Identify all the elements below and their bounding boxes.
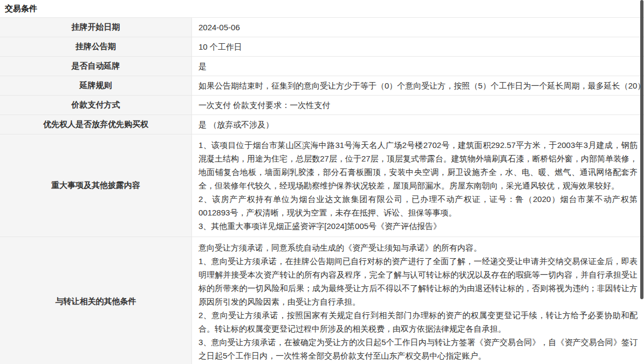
row-label-auto-extension: 是否自动延牌 — [0, 57, 192, 76]
table-row-major-matters-disclosure: 重大事项及其他披露内容 1、该项目位于烟台市莱山区滨海中路31号海天名人广场2号… — [0, 134, 644, 237]
disclosure-paragraph-1: 1、该项目位于烟台市莱山区滨海中路31号海天名人广场2号楼2702号，建筑面积2… — [198, 138, 638, 192]
row-label-payment-method: 价款支付方式 — [0, 96, 192, 114]
transfer-condition-paragraph-4: 3、意向受让方须承诺，在被确定为受让方的次日起5个工作日内与转让方签署《资产交易… — [198, 335, 638, 362]
table-row-extension-rule: 延牌规则 如果公告期结束时，征集到的意向受让方少于等于（0）个意向受让方，按照（… — [0, 76, 644, 96]
table-row-other-transfer-conditions: 与转让相关的其他条件 意向受让方须承诺，同意系统自动生成的《资产受让须知与承诺》… — [0, 237, 644, 364]
row-label-other-transfer-conditions: 与转让相关的其他条件 — [0, 237, 192, 364]
row-value-major-matters-disclosure: 1、该项目位于烟台市莱山区滨海中路31号海天名人广场2号楼2702号，建筑面积2… — [192, 134, 644, 237]
vertical-scrollbar-thumb[interactable] — [640, 0, 643, 299]
transfer-condition-paragraph-3: 2、意向受让方须承诺，按照国家有关规定自行到相关部门办理标的资产的权属变更登记手… — [198, 308, 638, 335]
transfer-condition-paragraph-2: 1、意向受让方须承诺，在挂牌公告期间已自行对标的资产进行了全面了解，一经递交受让… — [198, 254, 638, 308]
section-title: 交易条件 — [0, 0, 644, 18]
row-value-auto-extension: 是 — [192, 57, 644, 76]
trade-conditions-table: 挂牌开始日期 2024-05-06 挂牌公告期 10 个工作日 是否自动延牌 是… — [0, 18, 644, 364]
row-label-extension-rule: 延牌规则 — [0, 76, 192, 95]
transfer-condition-paragraph-1: 意向受让方须承诺，同意系统自动生成的《资产受让须知与承诺》的所有内容。 — [198, 241, 638, 254]
table-row-payment-method: 价款支付方式 一次支付 价款支付要求：一次性支付 — [0, 96, 644, 115]
row-value-listing-start-date: 2024-05-06 — [192, 18, 644, 37]
row-label-major-matters-disclosure: 重大事项及其他披露内容 — [0, 134, 192, 237]
row-value-payment-method: 一次支付 价款支付要求：一次性支付 — [192, 96, 644, 114]
table-row-preemptive-right-waiver: 优先权人是否放弃优先购买权 是 （放弃或不涉及） — [0, 115, 644, 134]
row-label-preemptive-right-waiver: 优先权人是否放弃优先购买权 — [0, 115, 192, 134]
disclosure-paragraph-2: 2、该房产产权持有单位为烟台业达文旅集团有限公司，已办理不动产权证，证号：鲁（2… — [198, 192, 638, 219]
table-row-announcement-period: 挂牌公告期 10 个工作日 — [0, 37, 644, 57]
row-value-extension-rule: 如果公告期结束时，征集到的意向受让方少于等于（0）个意向受让方，按照（5）个工作… — [192, 76, 644, 95]
disclosure-paragraph-3: 3、其他重大事项详见烟正盛资评字[2024]第005号《资产评估报告》 — [198, 219, 638, 233]
row-value-other-transfer-conditions: 意向受让方须承诺，同意系统自动生成的《资产受让须知与承诺》的所有内容。 1、意向… — [192, 237, 644, 364]
row-label-listing-start-date: 挂牌开始日期 — [0, 18, 192, 37]
vertical-scrollbar-track[interactable] — [640, 0, 644, 364]
row-value-announcement-period: 10 个工作日 — [192, 37, 644, 56]
table-row-auto-extension: 是否自动延牌 是 — [0, 57, 644, 76]
row-value-preemptive-right-waiver: 是 （放弃或不涉及） — [192, 115, 644, 134]
table-row-listing-start-date: 挂牌开始日期 2024-05-06 — [0, 18, 644, 37]
row-label-announcement-period: 挂牌公告期 — [0, 37, 192, 56]
